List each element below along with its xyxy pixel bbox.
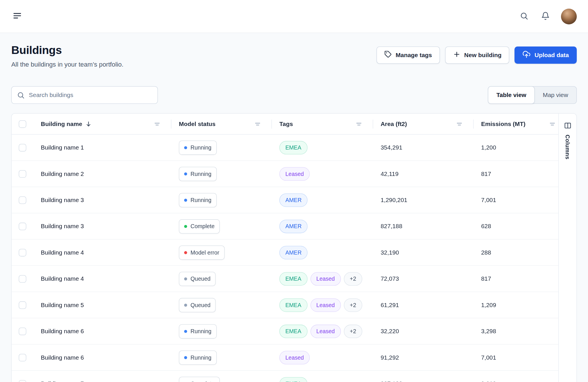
- row-checkbox[interactable]: [19, 327, 26, 335]
- tags-cell: AMER: [272, 220, 373, 233]
- column-header-tags: Tags: [272, 114, 373, 134]
- row-checkbox[interactable]: [19, 354, 26, 361]
- emissions-cell: 628: [474, 223, 558, 230]
- building-name-cell: Building name 4: [34, 249, 171, 256]
- row-checkbox-cell: [11, 170, 34, 177]
- row-checkbox[interactable]: [19, 196, 26, 204]
- status-badge: Running: [179, 167, 217, 181]
- more-tags-badge[interactable]: +2: [344, 324, 362, 338]
- emissions-cell: 288: [474, 249, 558, 256]
- more-tags-badge[interactable]: +2: [344, 298, 362, 312]
- notifications-button[interactable]: [540, 10, 551, 23]
- tag-badge: EMEA: [279, 298, 307, 312]
- row-checkbox[interactable]: [19, 380, 26, 382]
- table-row[interactable]: Building name 3 Running AMER 1,290,201 7…: [11, 187, 558, 213]
- table-row[interactable]: Building name 2 Running Leased 42,119 81…: [11, 161, 558, 187]
- row-checkbox-cell: [11, 196, 34, 204]
- building-name-cell: Building name 4: [34, 275, 171, 282]
- columns-icon: [564, 122, 571, 131]
- search-button[interactable]: [518, 10, 530, 23]
- tags-cell: AMER: [272, 193, 373, 207]
- model-status-cell: Queued: [171, 298, 272, 312]
- status-dot-icon: [184, 172, 187, 175]
- tag-badge: Leased: [310, 324, 341, 338]
- view-toggle: Table view Map view: [488, 86, 577, 104]
- select-all-checkbox[interactable]: [19, 120, 26, 128]
- table-row[interactable]: Building name 1 Running EMEA 354,291 1,2…: [11, 135, 558, 161]
- table-main: Building name Model status Tags: [11, 114, 558, 382]
- row-checkbox-cell: [11, 249, 34, 256]
- emissions-cell: 817: [474, 170, 558, 177]
- tag-badge: EMEA: [279, 141, 307, 154]
- table-row[interactable]: Building name 6 Running EMEALeased+2 32,…: [11, 318, 558, 344]
- manage-tags-label: Manage tags: [396, 52, 432, 59]
- building-name: Building name 4: [41, 275, 84, 282]
- emissions-cell: 3,298: [474, 328, 558, 335]
- status-badge: Queued: [179, 272, 216, 286]
- area-cell: 61,291: [373, 302, 474, 309]
- table-row[interactable]: Building name 5 Queued EMEALeased+2 61,2…: [11, 292, 558, 318]
- building-name: Building name 5: [41, 302, 84, 309]
- search-input[interactable]: [11, 86, 158, 104]
- map-view-tab[interactable]: Map view: [535, 87, 577, 104]
- area-cell: 91,292: [373, 354, 474, 361]
- search-field-wrap: [11, 86, 158, 104]
- model-status-cell: Running: [171, 167, 272, 181]
- row-checkbox[interactable]: [19, 222, 26, 230]
- topbar-actions: [518, 8, 577, 24]
- upload-data-button[interactable]: Upload data: [515, 46, 577, 64]
- tags-cell: EMEALeased+2: [272, 298, 373, 312]
- building-name-cell: Building name 1: [34, 144, 171, 151]
- building-name-cell: Building name 6: [34, 328, 171, 335]
- status-dot-icon: [184, 277, 187, 280]
- status-badge: Running: [179, 324, 217, 338]
- status-dot-icon: [184, 225, 187, 228]
- emissions-cell: 7,001: [474, 354, 558, 361]
- building-name: Building name 6: [41, 328, 84, 335]
- filter-icon[interactable]: [456, 120, 463, 128]
- status-label: Running: [191, 144, 212, 151]
- table-row[interactable]: Building name 3 Complete AMER 827,188 62…: [11, 213, 558, 239]
- columns-button[interactable]: Columns: [558, 114, 577, 382]
- page-actions: Manage tags New building Upload data: [376, 46, 577, 64]
- row-checkbox[interactable]: [19, 249, 26, 256]
- area-cell: 1,290,201: [373, 197, 474, 203]
- row-checkbox-cell: [11, 222, 34, 230]
- table-row[interactable]: Building name 6 Running Leased 91,292 7,…: [11, 344, 558, 371]
- sort-desc-icon[interactable]: [85, 121, 92, 127]
- new-building-label: New building: [464, 52, 502, 59]
- row-checkbox[interactable]: [19, 275, 26, 282]
- select-all-cell: [11, 114, 34, 134]
- row-checkbox-cell: [11, 144, 34, 151]
- status-dot-icon: [184, 356, 187, 359]
- building-name: Building name 6: [41, 354, 84, 361]
- search-icon: [17, 91, 25, 99]
- tag-badge: Leased: [310, 272, 341, 286]
- avatar[interactable]: [561, 8, 577, 24]
- row-checkbox-cell: [11, 301, 34, 309]
- row-checkbox[interactable]: [19, 170, 26, 177]
- bell-icon: [541, 11, 550, 21]
- table-row[interactable]: Building name 4 Queued EMEALeased+2 72,0…: [11, 266, 558, 292]
- more-tags-badge[interactable]: +2: [344, 272, 362, 286]
- area-cell: 32,190: [373, 249, 474, 256]
- emissions-cell: 817: [474, 275, 558, 282]
- filter-icon[interactable]: [153, 120, 161, 128]
- tag-badge: AMER: [279, 246, 307, 259]
- new-building-button[interactable]: New building: [445, 46, 509, 64]
- area-cell: 827,188: [373, 380, 474, 382]
- search-icon: [520, 11, 528, 21]
- manage-tags-button[interactable]: Manage tags: [376, 46, 440, 64]
- filter-icon[interactable]: [355, 120, 363, 128]
- table-row[interactable]: Building name 7 Complete EMEA 827,188 9,…: [11, 371, 558, 382]
- status-badge: Model error: [179, 245, 225, 260]
- table-row[interactable]: Building name 4 Model error AMER 32,190 …: [11, 240, 558, 266]
- tag-badge: EMEA: [279, 272, 307, 286]
- filter-icon[interactable]: [549, 120, 556, 128]
- table-view-tab[interactable]: Table view: [488, 86, 535, 104]
- menu-button[interactable]: [11, 10, 23, 23]
- filter-icon[interactable]: [254, 120, 261, 128]
- row-checkbox[interactable]: [19, 144, 26, 151]
- row-checkbox-cell: [11, 354, 34, 361]
- row-checkbox[interactable]: [19, 301, 26, 309]
